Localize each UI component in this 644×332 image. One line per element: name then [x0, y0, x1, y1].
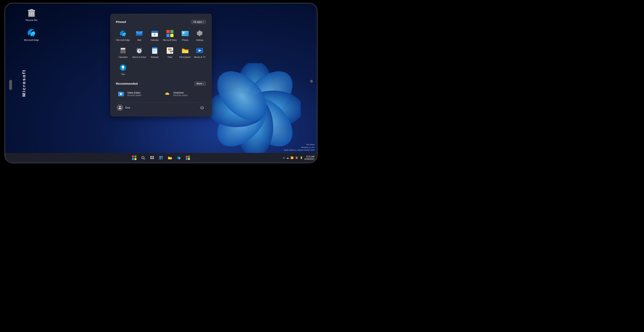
recycle-bin-icon[interactable]: Recycle Bin [24, 7, 40, 21]
search-button[interactable] [139, 154, 147, 162]
build-line2: Windows 11 Pro [284, 146, 314, 149]
taskbar-clock[interactable]: 8:25 AM 6/29/2021 [304, 155, 314, 160]
all-apps-chevron: › [203, 20, 204, 23]
svg-rect-31 [121, 50, 122, 51]
svg-rect-57 [182, 49, 188, 50]
svg-point-50 [170, 48, 172, 50]
svg-rect-80 [159, 158, 161, 159]
file-explorer-button[interactable] [166, 154, 174, 162]
svg-rect-33 [124, 50, 126, 51]
movies-label: Movies & TV [194, 56, 206, 58]
svg-rect-68 [134, 156, 136, 158]
pinned-edge[interactable]: Microsoft Edge [116, 28, 130, 42]
widgets-button[interactable] [157, 154, 165, 162]
store-label: Microsoft Store [163, 39, 177, 41]
explorer-label: File Explorer [180, 56, 191, 58]
onedrive-icon [164, 90, 171, 98]
edge-taskbar-button[interactable] [175, 154, 183, 162]
svg-rect-81 [161, 159, 163, 159]
pinned-movies[interactable]: Movies & TV [193, 45, 206, 59]
photos-icon [181, 29, 190, 38]
svg-rect-10 [30, 9, 33, 10]
recommended-title: Recommended [116, 82, 138, 85]
sys-icons: ∧ ☁ 📶 🔇 🔋 [282, 156, 303, 160]
rec-onedrive[interactable]: OneDrive Recently added [162, 89, 206, 99]
svg-rect-86 [188, 158, 190, 160]
start-menu: Pinned All apps › [110, 13, 212, 117]
svg-rect-17 [152, 32, 158, 33]
pinned-tips[interactable]: Tips [116, 62, 130, 76]
signal-icon[interactable]: 📶 [290, 156, 294, 160]
mail-label: Mail [138, 39, 141, 41]
svg-rect-78 [161, 156, 163, 157]
device-frame: Microsoft Recycle Bin [4, 3, 318, 163]
pinned-explorer[interactable]: File Explorer [179, 45, 192, 59]
pinned-notepad[interactable]: Notepad [148, 45, 161, 59]
taskbar-right: ∧ ☁ 📶 🔇 🔋 8:25 AM 6/29/2021 [282, 155, 314, 160]
svg-rect-85 [186, 158, 188, 160]
svg-rect-21 [166, 30, 170, 33]
explorer-icon [181, 46, 190, 55]
video-editor-name: Video Editor [127, 91, 142, 94]
pinned-mail[interactable]: Mail [132, 28, 146, 42]
all-apps-button[interactable]: All apps › [191, 20, 206, 24]
tips-label: Tips [121, 73, 125, 75]
pinned-settings[interactable]: Settings [193, 28, 206, 42]
pinned-photos[interactable]: Photos [179, 28, 192, 42]
svg-rect-73 [150, 156, 152, 157]
battery-icon[interactable]: 🔋 [300, 156, 303, 160]
calculator-label: Calculator [118, 56, 128, 58]
pinned-alarms[interactable]: Alarms & Clock [132, 45, 146, 59]
edge-desktop-icon[interactable]: Microsoft Edge [24, 27, 40, 41]
task-view-button[interactable] [148, 154, 156, 162]
settings-label: Settings [196, 39, 203, 41]
svg-rect-47 [154, 47, 156, 48]
svg-text:6: 6 [154, 33, 155, 36]
more-button[interactable]: More › [194, 81, 206, 86]
pinned-store[interactable]: Microsoft Store [163, 28, 177, 42]
pinned-calculator[interactable]: Calculator [116, 45, 130, 59]
chevron-up-icon[interactable]: ∧ [282, 156, 285, 160]
power-button[interactable] [199, 104, 205, 111]
svg-point-66 [119, 106, 120, 107]
video-editor-info: Video Editor Recently added [127, 91, 142, 96]
user-name: Gus [125, 106, 130, 109]
recycle-bin-image [26, 7, 37, 18]
svg-rect-36 [124, 51, 126, 53]
pinned-calendar[interactable]: 6 Calendar [148, 28, 161, 42]
calculator-icon [118, 46, 128, 55]
cloud-icon[interactable]: ☁ [286, 156, 289, 160]
volume-icon[interactable]: 🔇 [295, 156, 298, 160]
alarms-label: Alarms & Clock [132, 56, 146, 58]
user-avatar [117, 104, 123, 111]
store-taskbar-button[interactable] [184, 154, 192, 162]
pinned-header: Pinned All apps › [116, 20, 206, 24]
rec-video-editor[interactable]: Video Editor Recently added [116, 89, 160, 99]
build-line3: Build 22000.co_release.210604-1628 [284, 149, 314, 152]
svg-rect-22 [170, 30, 174, 33]
onedrive-sub: Recently added [174, 94, 188, 96]
start-button[interactable] [130, 154, 138, 162]
svg-rect-76 [152, 158, 154, 159]
edge-label: Microsoft Edge [116, 39, 130, 41]
svg-rect-32 [122, 50, 124, 51]
video-editor-icon [118, 90, 125, 98]
svg-rect-23 [166, 34, 170, 37]
svg-rect-34 [121, 51, 122, 53]
recommended-header: Recommended More › [116, 81, 206, 86]
edge-desktop-image [26, 27, 37, 38]
desktop-icons: Recycle Bin [24, 7, 40, 41]
more-label: More [196, 82, 202, 85]
calendar-label: Calendar [150, 39, 159, 41]
svg-rect-84 [188, 156, 190, 157]
svg-rect-70 [134, 158, 136, 160]
svg-rect-24 [170, 34, 174, 37]
user-info[interactable]: Gus [117, 104, 130, 111]
pinned-paint[interactable]: Paint [163, 45, 177, 59]
store-icon [166, 29, 174, 38]
svg-point-52 [170, 50, 171, 52]
windows-bloom [209, 63, 301, 155]
svg-rect-77 [159, 156, 161, 158]
calendar-icon: 6 [150, 29, 159, 38]
svg-rect-82 [168, 157, 172, 159]
